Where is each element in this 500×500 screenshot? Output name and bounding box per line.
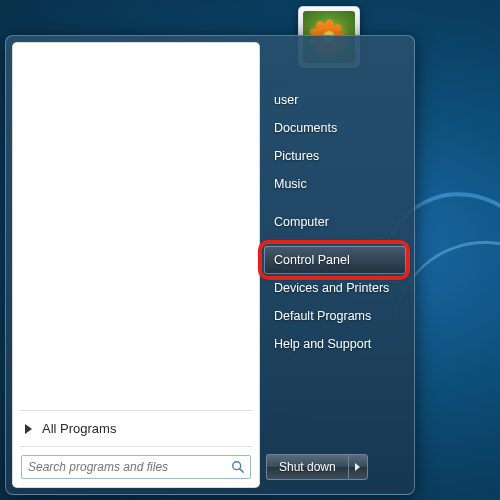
right-item-label: Computer xyxy=(274,215,329,229)
all-programs-button[interactable]: All Programs xyxy=(13,411,259,446)
right-item-label: Control Panel xyxy=(274,253,350,267)
separator-gap xyxy=(264,198,406,208)
right-item-label: Pictures xyxy=(274,149,319,163)
right-item-control-panel[interactable]: Control Panel xyxy=(264,246,406,274)
right-item-default-programs[interactable]: Default Programs xyxy=(264,302,406,330)
shutdown-options-button[interactable] xyxy=(348,454,368,480)
right-item-computer[interactable]: Computer xyxy=(264,208,406,236)
shutdown-label: Shut down xyxy=(279,460,336,474)
shutdown-button[interactable]: Shut down xyxy=(266,454,348,480)
right-item-label: user xyxy=(274,93,298,107)
search-icon xyxy=(226,460,250,474)
shutdown-row: Shut down xyxy=(264,454,406,482)
start-menu-right-pane: user Documents Pictures Music Computer C… xyxy=(260,42,408,488)
svg-line-1 xyxy=(240,469,244,473)
pinned-programs-area xyxy=(13,43,259,410)
start-menu: All Programs user Documents Pictures Mus… xyxy=(5,35,415,495)
all-programs-label: All Programs xyxy=(42,421,116,436)
search-box[interactable] xyxy=(21,455,251,479)
right-item-label: Help and Support xyxy=(274,337,371,351)
right-pane-list: user Documents Pictures Music Computer C… xyxy=(264,86,406,454)
right-item-music[interactable]: Music xyxy=(264,170,406,198)
search-row xyxy=(13,447,259,487)
search-input[interactable] xyxy=(22,460,226,474)
right-item-devices-and-printers[interactable]: Devices and Printers xyxy=(264,274,406,302)
user-tile-spacer xyxy=(264,48,406,86)
triangle-right-icon xyxy=(25,424,32,434)
right-item-label: Documents xyxy=(274,121,337,135)
right-item-documents[interactable]: Documents xyxy=(264,114,406,142)
triangle-right-icon xyxy=(355,463,360,471)
right-item-label: Devices and Printers xyxy=(274,281,389,295)
right-item-pictures[interactable]: Pictures xyxy=(264,142,406,170)
right-item-user[interactable]: user xyxy=(264,86,406,114)
right-item-help-and-support[interactable]: Help and Support xyxy=(264,330,406,358)
right-item-label: Default Programs xyxy=(274,309,371,323)
separator-gap xyxy=(264,236,406,246)
start-menu-left-pane: All Programs xyxy=(12,42,260,488)
right-item-label: Music xyxy=(274,177,307,191)
